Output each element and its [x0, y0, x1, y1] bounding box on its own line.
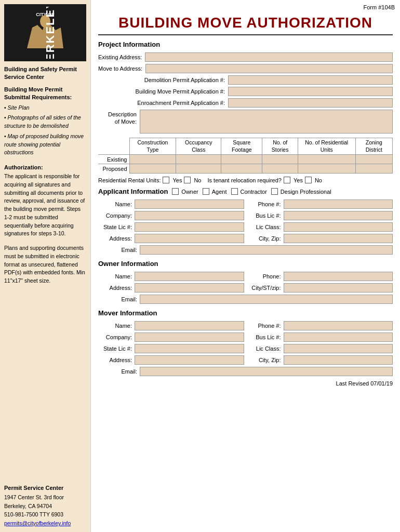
applicant-owner-checkbox[interactable]: [172, 188, 179, 195]
col-zoning: Zoning District: [355, 138, 392, 155]
owner-name-row: Name: Phone:: [98, 272, 393, 281]
tenant-yes-label: Yes: [294, 177, 303, 183]
applicant-name-input[interactable]: [135, 200, 244, 209]
req-item-3: Map of proposed building move route show…: [4, 132, 86, 157]
mover-state-lic-input[interactable]: [135, 344, 244, 353]
mover-phone-label: Phone #:: [247, 323, 284, 329]
col-occupancy-class: Occupancy Class: [176, 138, 221, 155]
applicant-bus-lic-input[interactable]: [284, 211, 393, 220]
proposed-no-residential[interactable]: [298, 164, 355, 174]
proposed-zoning[interactable]: [355, 164, 392, 174]
applicant-agent-option: Agent: [203, 188, 227, 195]
building-move-permit-label: Building Move Permit Application #:: [114, 88, 228, 95]
proposed-square-footage[interactable]: [221, 164, 262, 174]
mover-lic-class-input[interactable]: [284, 344, 393, 353]
mover-email-input[interactable]: [140, 367, 393, 376]
enroachment-row: Enroachment Permit Application #:: [98, 98, 393, 108]
applicant-owner-option: Owner: [172, 188, 198, 195]
mover-section-title: Mover Information: [98, 309, 393, 317]
owner-city-st-zip-label: City/ST/zip:: [247, 285, 284, 291]
existing-no-stories[interactable]: [262, 155, 298, 164]
owner-name-input[interactable]: [135, 272, 244, 281]
mover-city-zip-label: City, Zip:: [247, 357, 284, 363]
row-proposed-label: Proposed: [98, 164, 129, 174]
applicant-phone-input[interactable]: [284, 200, 393, 209]
applicant-address-input[interactable]: [135, 234, 244, 243]
existing-occupancy-class[interactable]: [176, 155, 221, 164]
mover-company-input[interactable]: [135, 332, 244, 342]
owner-city-st-zip-input[interactable]: [284, 283, 393, 292]
tenant-no-checkbox[interactable]: [305, 177, 312, 183]
proposed-occupancy-class[interactable]: [176, 164, 221, 174]
build-table: Construction Type Occupancy Class Square…: [98, 138, 393, 174]
requirements-list: Site Plan Photographs of all sides of th…: [4, 104, 86, 159]
applicant-lic-class-input[interactable]: [284, 222, 393, 232]
tenant-yes-checkbox[interactable]: [284, 177, 290, 183]
enroachment-input[interactable]: [228, 98, 393, 108]
applicant-agent-label: Agent: [212, 189, 227, 195]
applicant-design-professional-option: Design Professional: [271, 188, 331, 195]
existing-address-row: Existing Address:: [98, 52, 393, 62]
proposed-no-stories[interactable]: [262, 164, 298, 174]
applicant-address-label: Address:: [98, 235, 135, 242]
building-move-permit-input[interactable]: [228, 87, 393, 96]
applicant-name-row: Name: Phone #:: [98, 200, 393, 209]
col-no-stories: No. of Stories: [262, 138, 298, 155]
applicant-city-zip-input[interactable]: [284, 234, 393, 243]
existing-construction-type[interactable]: [129, 155, 176, 164]
mover-phone-input[interactable]: [284, 321, 393, 330]
applicant-agent-checkbox[interactable]: [203, 188, 209, 195]
applicant-owner-label: Owner: [181, 189, 198, 195]
mover-email-row: Email:: [98, 367, 393, 376]
owner-phone-input[interactable]: [284, 272, 393, 281]
tenant-no-label: No: [315, 177, 322, 183]
last-revised: Last Revised 07/01/19: [98, 380, 393, 387]
mover-city-zip-input[interactable]: [284, 355, 393, 365]
demo-permit-input[interactable]: [228, 75, 393, 85]
owner-email-row: Email:: [98, 295, 393, 304]
applicant-contractor-label: Contractor: [241, 189, 267, 195]
applicant-email-input[interactable]: [140, 245, 393, 255]
auth-text: The applicant is responsible for acquiri…: [4, 172, 86, 238]
applicant-design-checkbox[interactable]: [271, 188, 278, 195]
existing-square-footage[interactable]: [221, 155, 262, 164]
proposed-construction-type[interactable]: [129, 164, 176, 174]
existing-zoning[interactable]: [355, 155, 392, 164]
owner-address-input[interactable]: [135, 283, 244, 292]
col-square-footage: Square Footage: [221, 138, 262, 155]
footer-address: 1947 Center St. 3rd floor: [4, 493, 86, 502]
applicant-company-label: Company:: [98, 212, 135, 219]
demo-permit-label: Demolition Permit Application #:: [114, 77, 228, 83]
move-to-address-input[interactable]: [145, 64, 393, 73]
applicant-state-lic-input[interactable]: [135, 222, 244, 232]
applicant-city-zip-label: City, Zip:: [247, 235, 284, 242]
description-row: Descriptionof Move:: [98, 110, 393, 134]
mover-email-label: Email:: [98, 368, 140, 375]
applicant-contractor-checkbox[interactable]: [231, 188, 238, 195]
rental-row: Residential Rental Units: Yes No Is tena…: [98, 177, 393, 183]
applicant-state-lic-row: State Lic #: Lic Class:: [98, 222, 393, 232]
mover-name-input[interactable]: [135, 321, 244, 330]
applicant-phone-label: Phone #:: [247, 201, 284, 207]
description-textarea[interactable]: [140, 110, 393, 134]
rental-no-checkbox[interactable]: [184, 177, 191, 183]
footer-phone: 510-981-7500 TTY 6903: [4, 510, 86, 519]
mover-address-row: Address: City, Zip:: [98, 355, 393, 365]
owner-address-row: Address: City/ST/zip:: [98, 283, 393, 292]
footer-email-link[interactable]: permits@cityofberkeley.info: [4, 520, 71, 526]
mover-company-row: Company: Bus Lic #:: [98, 332, 393, 342]
sidebar-requirements-title: Building Move Permit Submittal Requireme…: [4, 86, 86, 102]
existing-address-input[interactable]: [145, 52, 393, 62]
applicant-company-input[interactable]: [135, 211, 244, 220]
rental-yes-checkbox[interactable]: [163, 177, 169, 183]
applicant-section-title: Applicant Information: [98, 188, 168, 195]
existing-no-residential[interactable]: [298, 155, 355, 164]
mover-address-input[interactable]: [135, 355, 244, 365]
owner-email-input[interactable]: [140, 295, 393, 304]
applicant-state-lic-label: State Lic #:: [98, 224, 135, 230]
title-divider: [98, 34, 393, 35]
rental-yes-label: Yes: [172, 177, 182, 183]
mover-bus-lic-input[interactable]: [284, 332, 393, 342]
project-section-title: Project Information: [98, 41, 393, 48]
mover-state-lic-label: State Lic #:: [98, 345, 135, 352]
